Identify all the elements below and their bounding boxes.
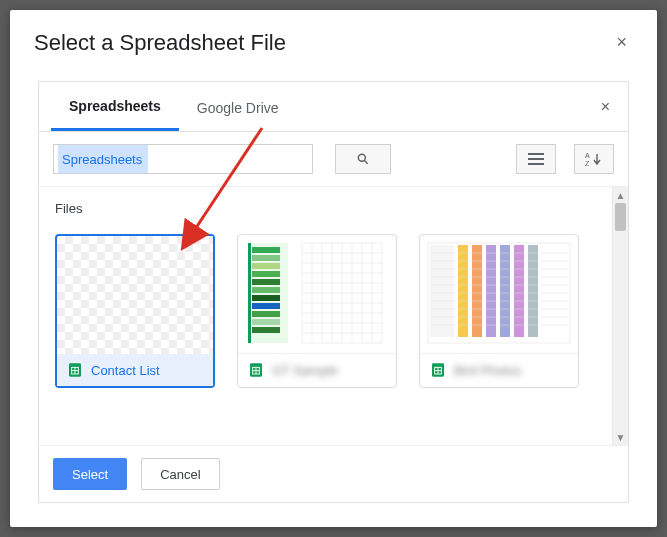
file-thumbnail [420, 235, 578, 353]
list-view-icon [528, 153, 544, 165]
file-card[interactable]: GT Sample [237, 234, 397, 388]
svg-rect-14 [252, 255, 280, 261]
svg-rect-13 [252, 247, 280, 253]
sort-az-icon: AZ [585, 152, 603, 166]
dialog-title: Select a Spreadsheet File [34, 30, 286, 56]
files-heading: Files [55, 201, 596, 216]
svg-rect-46 [430, 245, 454, 337]
sheets-icon [430, 362, 446, 378]
search-button[interactable] [335, 144, 391, 174]
svg-line-1 [364, 160, 367, 163]
svg-rect-23 [252, 327, 280, 333]
scrollbar-track[interactable] [613, 203, 628, 429]
file-card-footer: GT Sample [238, 353, 396, 386]
scroll-down-icon[interactable]: ▼ [613, 429, 628, 445]
tabs-row: Spreadsheets Google Drive × [39, 82, 628, 132]
tab-google-drive[interactable]: Google Drive [179, 84, 297, 130]
svg-rect-51 [514, 245, 524, 337]
file-thumbnail [238, 235, 396, 353]
svg-rect-47 [458, 245, 468, 337]
svg-text:A: A [585, 152, 590, 159]
files-viewport: Files Contact List [39, 187, 612, 445]
svg-rect-22 [252, 319, 280, 325]
svg-rect-12 [248, 243, 251, 343]
svg-rect-49 [486, 245, 496, 337]
tabs-close-icon[interactable]: × [595, 94, 616, 120]
file-name: Bird Photos [454, 363, 521, 378]
svg-rect-17 [252, 279, 280, 285]
close-icon[interactable]: × [610, 28, 633, 57]
svg-rect-16 [252, 271, 280, 277]
svg-rect-48 [472, 245, 482, 337]
dialog-header: Select a Spreadsheet File × [10, 10, 657, 67]
sheets-icon [67, 362, 83, 378]
sheets-icon [248, 362, 264, 378]
file-card[interactable]: Contact List [55, 234, 215, 388]
search-icon [356, 152, 370, 166]
svg-rect-52 [528, 245, 538, 337]
button-row: Select Cancel [39, 445, 628, 502]
search-input[interactable] [53, 144, 313, 174]
file-name: Contact List [91, 363, 160, 378]
picker-panel: Spreadsheets Google Drive × AZ Files [38, 81, 629, 503]
select-button[interactable]: Select [53, 458, 127, 490]
svg-rect-18 [252, 287, 280, 293]
sort-button[interactable]: AZ [574, 144, 614, 174]
list-view-button[interactable] [516, 144, 556, 174]
svg-rect-50 [500, 245, 510, 337]
svg-rect-15 [252, 263, 280, 269]
file-thumbnail [57, 236, 213, 354]
cancel-button[interactable]: Cancel [141, 458, 219, 490]
svg-rect-20 [252, 303, 280, 309]
file-picker-dialog: Select a Spreadsheet File × Spreadsheets… [10, 10, 657, 527]
file-card-footer: Contact List [57, 354, 213, 386]
files-grid: Contact List [55, 234, 596, 388]
svg-text:Z: Z [585, 160, 590, 166]
file-card-footer: Bird Photos [420, 353, 578, 386]
content-area: Files Contact List [39, 186, 628, 445]
svg-rect-19 [252, 295, 280, 301]
tab-spreadsheets[interactable]: Spreadsheets [51, 82, 179, 131]
svg-rect-21 [252, 311, 280, 317]
scroll-up-icon[interactable]: ▲ [613, 187, 628, 203]
toolbar: AZ [39, 132, 628, 186]
file-name: GT Sample [272, 363, 338, 378]
svg-point-0 [358, 154, 365, 161]
scrollbar[interactable]: ▲ ▼ [612, 187, 628, 445]
scrollbar-thumb[interactable] [615, 203, 626, 231]
file-card[interactable]: Bird Photos [419, 234, 579, 388]
